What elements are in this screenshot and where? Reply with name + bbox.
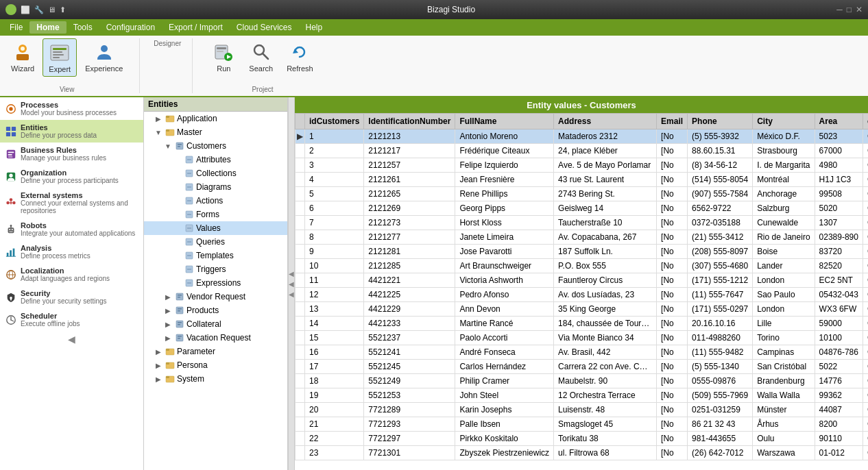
table-row[interactable]: 217721293Palle IbsenSmagsloget 45[No86 2… (296, 417, 869, 432)
cell-identificationnumber: 2121277 (364, 230, 455, 245)
table-col-classification[interactable]: classification (863, 114, 868, 129)
table-col-phone[interactable]: Phone (688, 114, 753, 129)
panel-resize-handle[interactable]: ◀ ◀ ◀ (288, 97, 295, 470)
tree-node-attributes[interactable]: Attributes (144, 153, 287, 166)
tree-toggle-vendor-request[interactable]: ▶ (163, 292, 173, 301)
table-row[interactable]: 237721301Zbyszek Piestrzeniewiczul. Filt… (296, 446, 869, 460)
table-col-identificationnumber[interactable]: IdentificationNumber (364, 114, 455, 129)
table-row[interactable]: 42121261Jean Fresnière43 rue St. Laurent… (296, 173, 869, 187)
sidebar-item-external-systems[interactable]: External systems Connect your external s… (0, 188, 143, 218)
tree-node-master[interactable]: ▼ Master (144, 125, 287, 139)
tree-node-persona[interactable]: ▶ Persona (144, 358, 287, 372)
tree-toggle-products[interactable]: ▶ (163, 306, 173, 315)
sidebar-item-business-rules[interactable]: Business Rules Manage your business rule… (0, 143, 143, 165)
table-row[interactable]: 52121265Rene Phillips2743 Bering St.[No(… (296, 187, 869, 201)
table-row[interactable]: 144421233Martine Rancé184, chaussée de T… (296, 317, 869, 331)
entities-icon (5, 126, 16, 137)
table-row[interactable]: 92121281Jose Pavarotti187 Suffolk Ln.[No… (296, 245, 869, 259)
table-row[interactable]: 114421221Victoria AshworthFauntleroy Cir… (296, 273, 869, 288)
cell-area: 83720 (815, 245, 863, 259)
tree-node-triggers[interactable]: Triggers (144, 262, 287, 276)
tree-node-system[interactable]: ▶ System (144, 372, 287, 386)
menu-tools[interactable]: Tools (67, 21, 99, 34)
tree-node-diagrams[interactable]: Diagrams (144, 180, 287, 194)
tree-node-templates[interactable]: Templates (144, 249, 287, 262)
sidebar-item-analysis[interactable]: Analysis Define process metrics (0, 240, 143, 263)
table-row[interactable]: 175521245Carlos HernándezCarrera 22 con … (296, 360, 869, 374)
tree-node-values[interactable]: Values (144, 221, 287, 235)
tree-toggle-collateral[interactable]: ▶ (163, 319, 173, 329)
table-row[interactable]: 32121257Felipe IzquierdoAve. 5 de Mayo P… (296, 158, 869, 173)
expert-button[interactable]: Expert (43, 38, 77, 77)
table-row[interactable]: 165521241André FonsecaAv. Brasil, 442[No… (296, 345, 869, 360)
table-row[interactable]: 155521237Paolo AccortiVia Monte Bianco 3… (296, 331, 869, 345)
table-row[interactable]: 124421225Pedro AfonsoAv. dos Lusíadas, 2… (296, 288, 869, 302)
tree-node-parameter[interactable]: ▶ Parameter (144, 345, 287, 358)
cell-area: 8200 (815, 417, 863, 432)
tree-toggle-vacation-request[interactable]: ▶ (163, 333, 173, 343)
table-row[interactable]: 207721289Karin JosephsLuisenstr. 48[No02… (296, 403, 869, 417)
svg-rect-55 (166, 129, 169, 132)
table-col-fullname[interactable]: FullName (455, 114, 554, 129)
maximize-btn[interactable]: □ (847, 5, 852, 14)
cell-idcustomers: 15 (305, 331, 364, 345)
sidebar-item-scheduler[interactable]: Scheduler Execute offline jobs (0, 308, 143, 331)
table-col-idcustomers[interactable]: idCustomers (305, 114, 364, 129)
sidebar-item-processes[interactable]: Processes Model your business processes (0, 97, 143, 120)
tree-node-forms[interactable]: Forms (144, 208, 287, 221)
tree-toggle-application[interactable]: ▶ (154, 114, 163, 123)
table-row[interactable]: 195521253John Steel12 Orchestra Terrace[… (296, 388, 869, 403)
sidebar-collapse-btn[interactable]: ◀ (0, 331, 143, 347)
tree-node-expressions[interactable]: Expressions (144, 276, 287, 290)
menu-help[interactable]: Help (299, 21, 330, 34)
tree-toggle-system[interactable]: ▶ (154, 374, 163, 384)
refresh-button[interactable]: Refresh (281, 38, 319, 75)
tree-node-products[interactable]: ▶ Products (144, 304, 287, 317)
table-col-email[interactable]: Email (657, 114, 688, 129)
sidebar-item-organization[interactable]: Organization Define your process partici… (0, 165, 143, 188)
sidebar-item-entities[interactable]: Entities Define your process data (0, 120, 143, 143)
table-wrapper[interactable]: idCustomersIdentificationNumberFullNameA… (295, 113, 868, 470)
sidebar-item-localization[interactable]: Localization Adapt languages and regions (0, 263, 143, 286)
tree-node-collateral[interactable]: ▶ Collateral (144, 317, 287, 331)
table-row[interactable]: 227721297Pirkko KoskitaloTorikatu 38[No9… (296, 432, 869, 446)
tree-toggle-master[interactable]: ▼ (154, 127, 163, 137)
table-col-city[interactable]: City (753, 114, 815, 129)
menu-cloud-services[interactable]: Cloud Services (230, 21, 299, 34)
table-row[interactable]: 82121277Janete LimeiraAv. Copacabana, 26… (296, 230, 869, 245)
table-row[interactable]: 62121269Georg PippsGeislweg 14[No6562-97… (296, 201, 869, 216)
close-btn[interactable]: ✕ (856, 5, 863, 14)
tree-node-collections[interactable]: Collections (144, 166, 287, 180)
wizard-button[interactable]: Wizard (5, 38, 40, 77)
table-row[interactable]: ▶12121213Antonio MorenoMataderos 2312[No… (296, 129, 869, 144)
sidebar-item-robots[interactable]: Robots Integrate your automated applicat… (0, 218, 143, 240)
processes-icon (5, 103, 16, 114)
tree-node-application[interactable]: ▶ Application (144, 112, 287, 125)
search-button[interactable]: Search (243, 38, 278, 75)
tree-node-customers[interactable]: ▼ Customers (144, 139, 287, 153)
table-col-address[interactable]: Address (554, 114, 657, 129)
tree-toggle-customers[interactable]: ▼ (163, 141, 173, 151)
menu-export-import[interactable]: Export / Import (162, 21, 230, 34)
table-row[interactable]: 134421229Ann Devon35 King George[No(171)… (296, 302, 869, 317)
minimize-btn[interactable]: ─ (836, 5, 843, 14)
run-button[interactable]: Run (206, 38, 241, 75)
table-row[interactable]: 185521249Philip CramerMaubelstr. 90[No05… (296, 374, 869, 388)
table-row[interactable]: 102121285Art BraunschweigerP.O. Box 555[… (296, 259, 869, 273)
svg-rect-94 (166, 362, 169, 364)
row-arrow (296, 417, 305, 432)
table-col-area[interactable]: Area (815, 114, 863, 129)
tree-node-vendor-request[interactable]: ▶ Vendor Request (144, 290, 287, 304)
menu-configuration[interactable]: Configuration (99, 21, 162, 34)
tree-node-actions[interactable]: Actions (144, 194, 287, 208)
menu-home[interactable]: Home (29, 21, 66, 34)
sidebar-item-security[interactable]: Security Define your security settings (0, 286, 143, 308)
tree-toggle-parameter[interactable]: ▶ (154, 347, 163, 356)
table-row[interactable]: 72121273Horst KlossTaucherstraße 10[No03… (296, 216, 869, 230)
tree-node-queries[interactable]: Queries (144, 235, 287, 249)
tree-node-vacation-request[interactable]: ▶ Vacation Request (144, 331, 287, 345)
menu-file[interactable]: File (3, 21, 29, 34)
table-row[interactable]: 22121217Frédérique Citeaux24, place Kléb… (296, 144, 869, 158)
experience-button[interactable]: Experience (80, 38, 128, 77)
tree-toggle-persona[interactable]: ▶ (154, 360, 163, 370)
